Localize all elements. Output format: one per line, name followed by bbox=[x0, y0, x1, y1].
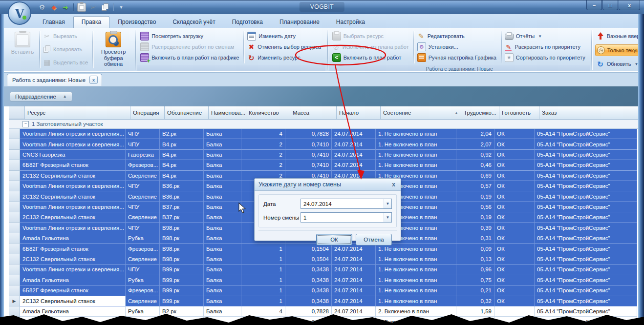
grid-cell[interactable]: В2.рк bbox=[160, 306, 204, 317]
grid-cell[interactable]: Балка bbox=[204, 223, 241, 233]
ribbon-button-change-resource[interactable]: Изменить ресурс bbox=[246, 52, 324, 63]
grid-cell[interactable]: CNC3 Газорезка bbox=[20, 150, 126, 160]
grid-cell[interactable]: 24.07.2014 bbox=[332, 317, 376, 325]
grid-cell[interactable]: Балка bbox=[204, 202, 241, 212]
grid-cell[interactable]: В98.рк bbox=[160, 233, 204, 244]
grid-cell[interactable]: ОК bbox=[494, 160, 535, 170]
grid-cell[interactable]: ЧПУ bbox=[126, 223, 160, 233]
grid-cell[interactable]: 0,3438 bbox=[285, 264, 332, 275]
grid-cell[interactable]: ОК bbox=[494, 139, 535, 149]
grid-cell[interactable]: Рубка bbox=[126, 317, 160, 325]
qa-overflow-button[interactable] bbox=[116, 3, 126, 12]
tab-подготовка[interactable]: Подготовка bbox=[224, 16, 271, 28]
grid-cell[interactable]: Сверление bbox=[126, 191, 160, 202]
grid-cell[interactable]: ОК bbox=[494, 202, 535, 212]
grid-cell[interactable]: В36.рк bbox=[160, 181, 204, 191]
grid-cell[interactable]: Газорезка bbox=[126, 150, 160, 160]
grid-cell[interactable]: 05-А14 "ПромСтройСервис" bbox=[535, 223, 637, 233]
grid-cell[interactable]: Балка bbox=[204, 129, 241, 139]
grid-cell[interactable]: 0,56 bbox=[456, 202, 494, 212]
grid-cell[interactable]: Балка bbox=[204, 285, 241, 296]
grid-cell[interactable]: 0,09 bbox=[456, 244, 494, 254]
grid-cell[interactable]: 05-А14 "ПромСтройСервис" bbox=[535, 296, 637, 306]
grid-cell[interactable]: В98.рк bbox=[160, 223, 204, 233]
grid-cell[interactable]: 1. Не включено в план bbox=[376, 139, 456, 149]
grid-cell[interactable]: 2С132 Сверлильный станок bbox=[20, 296, 126, 306]
grid-cell[interactable]: 05-А14 "ПромСтройСервис" bbox=[535, 285, 637, 296]
grid-cell[interactable]: ОК bbox=[494, 171, 535, 181]
shift-combobox[interactable]: 1 ▼ bbox=[301, 212, 392, 223]
grid-cell[interactable]: Балка bbox=[204, 160, 241, 170]
grid-cell[interactable]: 0,39 bbox=[456, 223, 494, 233]
grid-cell[interactable]: 6Б82Г Фрезерный станок bbox=[20, 285, 126, 296]
grid-cell[interactable]: Voortman Линия отрезки и сверления... bbox=[20, 223, 126, 233]
grid-cell[interactable]: ОК bbox=[494, 264, 535, 275]
grid-cell[interactable]: ЧПУ bbox=[126, 129, 160, 139]
grid-cell[interactable]: ОК bbox=[494, 275, 535, 285]
grid-cell[interactable]: Балка bbox=[204, 212, 241, 223]
grid-cell[interactable]: 24.07.2014 bbox=[332, 285, 376, 296]
grid-cell[interactable]: 2С132 Сверлильный станок bbox=[20, 254, 126, 264]
tab-планирование[interactable]: Планирование bbox=[271, 16, 328, 28]
grid-cell[interactable]: 2 bbox=[241, 150, 285, 160]
grid-cell[interactable]: 05-А14 "ПромСтройСервис" bbox=[535, 264, 637, 275]
grid-cell[interactable]: Amada Гильотина bbox=[20, 233, 126, 244]
tab-правка[interactable]: Правка bbox=[73, 16, 110, 28]
ribbon-button-current-works[interactable]: Только текущие работы bbox=[595, 44, 644, 56]
grid-column-header-4[interactable]: Количество bbox=[246, 106, 290, 119]
grid-cell[interactable]: Балка bbox=[204, 244, 241, 254]
grid-cell[interactable]: 05-А14 "ПромСтройСервис" bbox=[535, 129, 637, 139]
grid-cell[interactable]: Рубка bbox=[126, 306, 160, 317]
qa-button-cut-icon[interactable] bbox=[88, 3, 98, 12]
grid-cell[interactable]: Amada Гильотина bbox=[20, 317, 126, 325]
grid-cell[interactable]: ОК bbox=[494, 150, 535, 160]
grid-cell[interactable]: 0,69 bbox=[456, 171, 494, 181]
grid-cell[interactable]: 24.07.2014 bbox=[332, 139, 376, 149]
qa-button-exit-icon[interactable] bbox=[61, 3, 70, 12]
grid-cell[interactable]: ОК bbox=[494, 254, 535, 264]
grid-cell[interactable]: 0,3438 bbox=[285, 296, 332, 306]
grid-cell[interactable]: Рубка bbox=[126, 275, 160, 285]
grid-cell[interactable]: ОК bbox=[494, 181, 535, 191]
grid-cell[interactable]: Балка bbox=[204, 150, 241, 160]
grid-cell[interactable]: 1. Не включено в план bbox=[376, 275, 456, 285]
grid-cell[interactable]: 0,96 bbox=[456, 264, 494, 275]
table-row[interactable]: 6Б82Г Фрезерный станокФрезеров...В99.ркБ… bbox=[9, 285, 638, 296]
tab-главная[interactable]: Главная bbox=[34, 16, 73, 28]
grid-cell[interactable]: 2. Включено в план bbox=[376, 317, 456, 325]
close-button[interactable]: x bbox=[619, 0, 640, 10]
grid-cell[interactable]: 05-А14 "ПромСтройСервис" bbox=[535, 171, 637, 181]
grid-cell[interactable]: Рубка bbox=[126, 233, 160, 244]
table-row[interactable]: 6Б82Г Фрезерный станокФрезеров...В4.ркБа… bbox=[9, 160, 638, 170]
cancel-button[interactable]: Отмена bbox=[356, 234, 392, 245]
ribbon-button-view-load[interactable]: Посмотреть загрузку bbox=[139, 31, 242, 41]
grid-cell[interactable]: Балка bbox=[204, 139, 241, 149]
grid-cell[interactable]: Балка bbox=[204, 171, 241, 181]
grid-cell[interactable]: ОК bbox=[494, 223, 535, 233]
ribbon-button-cancel-resource[interactable]: Отменить выбор ресурса bbox=[246, 41, 324, 52]
grid-cell[interactable]: Балка bbox=[204, 191, 241, 202]
grid-cell[interactable]: Voortman Линия отрезки и сверления... bbox=[20, 181, 126, 191]
grid-cell[interactable]: 1,61 bbox=[456, 317, 494, 325]
grid-cell[interactable]: Балка bbox=[204, 233, 241, 244]
tab-настройка[interactable]: Настройка bbox=[328, 16, 373, 28]
grid-cell[interactable]: Балка bbox=[204, 254, 241, 264]
grid-cell[interactable]: 05-А14 "ПромСтройСервис" bbox=[535, 254, 637, 264]
maximize-button[interactable]: □ bbox=[602, 0, 618, 10]
grid-cell[interactable]: Балка bbox=[204, 264, 241, 275]
grid-cell[interactable]: Балка bbox=[204, 317, 241, 325]
grid-cell[interactable]: ОК bbox=[494, 233, 535, 244]
grid-cell[interactable]: В98.рк bbox=[160, 244, 204, 254]
grid-cell[interactable]: 0,3438 bbox=[285, 275, 332, 285]
grid-cell[interactable]: 2. Включено в план bbox=[376, 306, 456, 317]
grid-column-header-6[interactable]: Начало bbox=[337, 106, 381, 119]
grid-column-header-3[interactable]: Наименова... bbox=[209, 106, 246, 119]
grid-cell[interactable]: ОК bbox=[494, 296, 535, 306]
grid-cell[interactable]: В99.рк bbox=[160, 296, 204, 306]
document-tab-close-icon[interactable]: x bbox=[89, 76, 98, 84]
grid-column-header-1[interactable]: Операция bbox=[130, 106, 165, 119]
grid-cell[interactable]: ЧПУ bbox=[126, 202, 160, 212]
grid-cell[interactable]: 1. Не включено в план bbox=[376, 160, 456, 170]
grid-cell[interactable]: 1,59 bbox=[456, 306, 494, 317]
grid-cell[interactable]: 05-А14 "ПромСтройСервис" bbox=[535, 202, 637, 212]
